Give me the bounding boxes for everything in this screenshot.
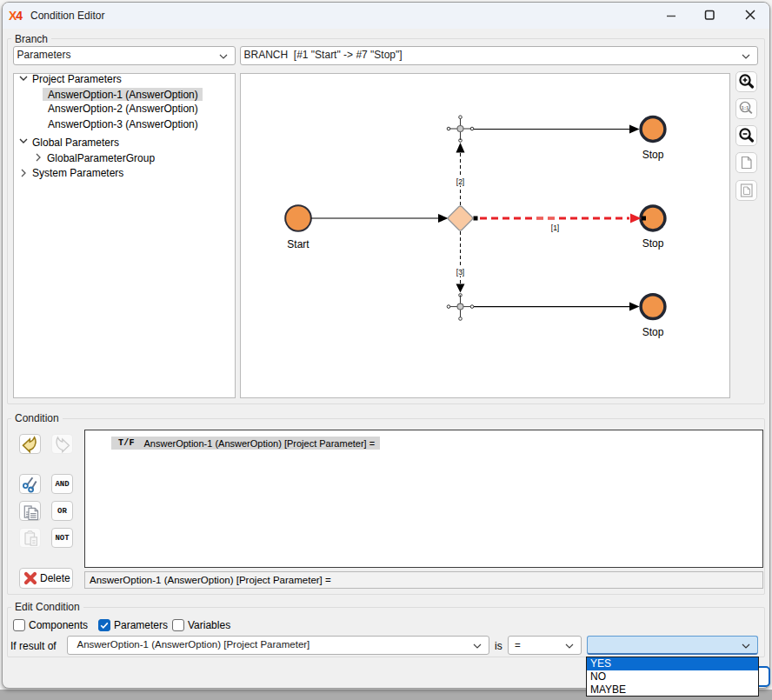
svg-text:[1]: [1]: [551, 223, 559, 232]
svg-text:Stop: Stop: [642, 237, 664, 250]
svg-text:Start: Start: [287, 238, 309, 250]
svg-text:[3]: [3]: [456, 268, 464, 277]
svg-text:[2]: [2]: [456, 177, 464, 186]
svg-text:Stop: Stop: [642, 326, 664, 338]
svg-text:Stop: Stop: [642, 149, 664, 161]
svg-text:1:1: 1:1: [742, 104, 750, 110]
